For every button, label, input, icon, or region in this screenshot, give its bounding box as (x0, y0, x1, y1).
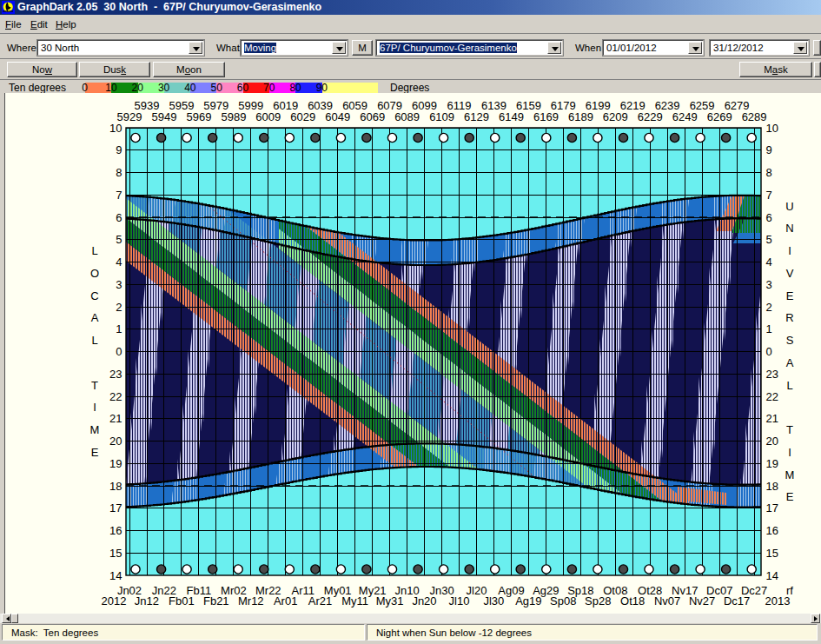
svg-text:I: I (788, 244, 791, 257)
svg-text:22: 22 (109, 390, 122, 403)
svg-text:18: 18 (766, 480, 778, 493)
svg-text:8: 8 (116, 166, 122, 179)
svg-text:5949: 5949 (151, 110, 176, 123)
svg-text:2012: 2012 (102, 594, 127, 607)
svg-text:L: L (91, 244, 97, 257)
svg-text:C: C (90, 289, 98, 302)
svg-text:S: S (786, 334, 794, 347)
svg-text:Jn20: Jn20 (412, 594, 436, 607)
svg-text:6209: 6209 (603, 110, 628, 123)
svg-text:3: 3 (766, 278, 772, 291)
svg-text:14: 14 (109, 569, 122, 582)
svg-text:Ot18: Ot18 (620, 594, 645, 607)
svg-text:Ar01: Ar01 (274, 594, 297, 607)
svg-text:1: 1 (766, 322, 772, 335)
svg-text:L: L (91, 334, 97, 347)
svg-text:Jl30: Jl30 (483, 594, 504, 607)
svg-text:21: 21 (766, 412, 778, 425)
svg-text:N: N (785, 222, 793, 235)
svg-text:23: 23 (109, 368, 122, 381)
svg-text:Ag19: Ag19 (515, 594, 541, 607)
svg-text:6049: 6049 (325, 110, 350, 123)
svg-text:2: 2 (766, 301, 772, 314)
svg-text:Dc17: Dc17 (724, 594, 750, 607)
svg-text:23: 23 (766, 368, 778, 381)
svg-text:E: E (91, 446, 99, 459)
svg-text:6269: 6269 (707, 110, 732, 123)
svg-text:T: T (786, 423, 793, 436)
svg-text:Ar21: Ar21 (308, 594, 332, 607)
svg-text:0: 0 (766, 345, 772, 358)
svg-text:E: E (786, 289, 794, 302)
svg-text:6109: 6109 (429, 110, 454, 123)
svg-text:6: 6 (766, 211, 772, 224)
svg-text:16: 16 (109, 524, 122, 537)
svg-text:18: 18 (109, 480, 122, 493)
svg-text:L: L (786, 379, 792, 392)
svg-text:4: 4 (766, 256, 772, 269)
svg-text:17: 17 (109, 501, 122, 515)
svg-text:U: U (785, 200, 793, 213)
svg-text:Jl10: Jl10 (449, 594, 470, 607)
svg-text:6069: 6069 (360, 110, 385, 123)
svg-text:6129: 6129 (464, 110, 489, 123)
svg-text:1: 1 (116, 322, 122, 335)
svg-text:Fb21: Fb21 (203, 594, 229, 607)
svg-text:6289: 6289 (742, 110, 767, 123)
svg-text:6189: 6189 (568, 110, 593, 123)
svg-text:3: 3 (116, 278, 122, 291)
svg-text:2: 2 (116, 301, 122, 314)
svg-text:6249: 6249 (672, 110, 698, 123)
svg-text:I: I (93, 401, 96, 414)
svg-text:6169: 6169 (533, 110, 559, 123)
svg-text:Jn12: Jn12 (135, 594, 159, 607)
svg-text:M: M (90, 423, 100, 436)
svg-text:5: 5 (766, 233, 772, 246)
svg-text:7: 7 (116, 189, 122, 202)
svg-text:6229: 6229 (638, 110, 663, 123)
svg-text:15: 15 (109, 547, 122, 560)
svg-text:6009: 6009 (255, 110, 281, 123)
svg-text:A: A (91, 311, 99, 324)
svg-text:5: 5 (116, 233, 122, 246)
svg-text:15: 15 (766, 547, 778, 560)
svg-text:19: 19 (766, 457, 778, 470)
svg-text:6: 6 (116, 211, 122, 224)
svg-text:20: 20 (766, 435, 778, 448)
svg-text:5989: 5989 (221, 110, 246, 123)
svg-text:6149: 6149 (499, 110, 524, 123)
svg-text:5969: 5969 (186, 110, 211, 123)
svg-text:7: 7 (766, 189, 772, 202)
svg-text:Sp28: Sp28 (585, 594, 611, 607)
svg-text:6029: 6029 (290, 110, 315, 123)
svg-text:T: T (91, 379, 98, 392)
svg-text:Nv07: Nv07 (654, 594, 680, 607)
svg-text:22: 22 (766, 390, 778, 403)
svg-text:M: M (785, 468, 795, 481)
svg-text:0: 0 (116, 345, 122, 358)
svg-text:19: 19 (109, 457, 122, 470)
svg-text:16: 16 (766, 524, 778, 537)
svg-text:20: 20 (109, 435, 122, 448)
svg-text:Sp08: Sp08 (550, 594, 576, 607)
svg-text:R: R (785, 311, 793, 324)
svg-text:9: 9 (116, 143, 122, 156)
svg-text:A: A (786, 356, 794, 369)
svg-text:My31: My31 (376, 594, 404, 607)
svg-text:2013: 2013 (765, 594, 791, 607)
svg-text:21: 21 (109, 412, 122, 425)
svg-text:9: 9 (766, 143, 772, 156)
svg-text:O: O (90, 267, 99, 280)
svg-text:4: 4 (116, 256, 122, 269)
svg-text:10: 10 (109, 122, 122, 135)
svg-text:Nv27: Nv27 (689, 594, 715, 607)
svg-text:14: 14 (766, 569, 778, 582)
svg-text:I: I (788, 446, 791, 459)
svg-text:E: E (786, 490, 794, 503)
svg-text:Fb01: Fb01 (169, 594, 195, 607)
svg-text:V: V (786, 267, 794, 280)
svg-text:My11: My11 (341, 594, 368, 607)
svg-text:17: 17 (766, 501, 778, 515)
svg-text:Mr12: Mr12 (238, 594, 264, 607)
svg-text:10: 10 (766, 122, 778, 135)
